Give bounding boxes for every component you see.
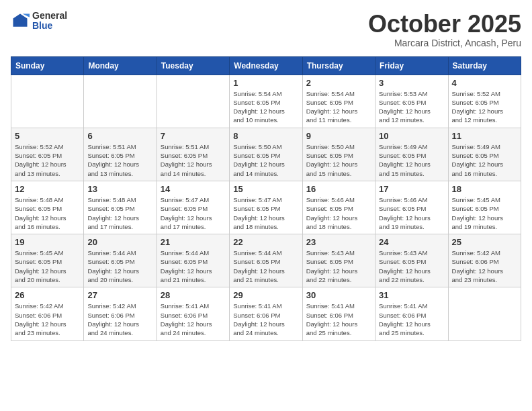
svg-marker-0 xyxy=(13,14,28,27)
calendar-empty-cell xyxy=(448,287,521,340)
calendar-day-cell: 8Sunrise: 5:50 AM Sunset: 6:05 PM Daylig… xyxy=(230,128,302,181)
calendar-day-cell: 13Sunrise: 5:48 AM Sunset: 6:05 PM Dayli… xyxy=(84,181,157,234)
calendar-day-cell: 2Sunrise: 5:54 AM Sunset: 6:05 PM Daylig… xyxy=(302,75,375,128)
day-number: 16 xyxy=(306,184,371,194)
calendar-day-cell: 12Sunrise: 5:48 AM Sunset: 6:05 PM Dayli… xyxy=(11,181,84,234)
day-number: 9 xyxy=(306,131,371,141)
day-number: 20 xyxy=(87,237,152,247)
calendar-day-cell: 4Sunrise: 5:52 AM Sunset: 6:05 PM Daylig… xyxy=(448,75,521,128)
calendar-week-row: 5Sunrise: 5:52 AM Sunset: 6:05 PM Daylig… xyxy=(11,128,521,181)
day-number: 7 xyxy=(161,131,226,141)
day-number: 19 xyxy=(15,237,80,247)
day-number: 23 xyxy=(306,237,371,247)
calendar-day-cell: 21Sunrise: 5:44 AM Sunset: 6:05 PM Dayli… xyxy=(157,234,229,287)
weekday-header-row: SundayMondayTuesdayWednesdayThursdayFrid… xyxy=(11,56,521,75)
day-number: 4 xyxy=(452,78,517,88)
calendar-day-cell: 24Sunrise: 5:43 AM Sunset: 6:05 PM Dayli… xyxy=(375,234,448,287)
day-number: 27 xyxy=(87,290,152,300)
calendar-day-cell: 11Sunrise: 5:49 AM Sunset: 6:05 PM Dayli… xyxy=(448,128,521,181)
day-info: Sunrise: 5:51 AM Sunset: 6:05 PM Dayligh… xyxy=(161,142,226,178)
day-info: Sunrise: 5:48 AM Sunset: 6:05 PM Dayligh… xyxy=(87,195,152,231)
day-info: Sunrise: 5:44 AM Sunset: 6:05 PM Dayligh… xyxy=(161,248,226,284)
day-number: 21 xyxy=(161,237,226,247)
calendar-day-cell: 10Sunrise: 5:49 AM Sunset: 6:05 PM Dayli… xyxy=(375,128,448,181)
calendar-day-cell: 25Sunrise: 5:42 AM Sunset: 6:06 PM Dayli… xyxy=(448,234,521,287)
day-number: 18 xyxy=(452,184,517,194)
day-info: Sunrise: 5:52 AM Sunset: 6:05 PM Dayligh… xyxy=(452,89,517,125)
weekday-header-monday: Monday xyxy=(84,56,157,75)
calendar-empty-cell xyxy=(11,75,84,128)
day-info: Sunrise: 5:42 AM Sunset: 6:06 PM Dayligh… xyxy=(452,248,517,284)
calendar-day-cell: 19Sunrise: 5:45 AM Sunset: 6:05 PM Dayli… xyxy=(11,234,84,287)
day-number: 1 xyxy=(233,78,298,88)
day-number: 11 xyxy=(452,131,517,141)
logo-general-text: General xyxy=(32,11,67,21)
day-number: 31 xyxy=(379,290,444,300)
day-info: Sunrise: 5:49 AM Sunset: 6:05 PM Dayligh… xyxy=(452,142,517,178)
day-info: Sunrise: 5:48 AM Sunset: 6:05 PM Dayligh… xyxy=(15,195,80,231)
day-number: 25 xyxy=(452,237,517,247)
calendar-day-cell: 1Sunrise: 5:54 AM Sunset: 6:05 PM Daylig… xyxy=(230,75,302,128)
day-info: Sunrise: 5:53 AM Sunset: 6:05 PM Dayligh… xyxy=(379,89,444,125)
day-info: Sunrise: 5:44 AM Sunset: 6:05 PM Dayligh… xyxy=(233,248,298,284)
day-info: Sunrise: 5:54 AM Sunset: 6:05 PM Dayligh… xyxy=(233,89,298,125)
day-number: 13 xyxy=(87,184,152,194)
day-info: Sunrise: 5:43 AM Sunset: 6:05 PM Dayligh… xyxy=(306,248,371,284)
calendar-week-row: 12Sunrise: 5:48 AM Sunset: 6:05 PM Dayli… xyxy=(11,181,521,234)
calendar-day-cell: 14Sunrise: 5:47 AM Sunset: 6:05 PM Dayli… xyxy=(157,181,229,234)
day-number: 8 xyxy=(233,131,298,141)
day-info: Sunrise: 5:42 AM Sunset: 6:06 PM Dayligh… xyxy=(15,302,80,337)
weekday-header-wednesday: Wednesday xyxy=(230,56,302,75)
day-number: 26 xyxy=(15,290,80,300)
calendar-day-cell: 28Sunrise: 5:41 AM Sunset: 6:06 PM Dayli… xyxy=(157,287,229,340)
day-number: 2 xyxy=(306,78,371,88)
day-info: Sunrise: 5:46 AM Sunset: 6:05 PM Dayligh… xyxy=(379,195,444,231)
day-info: Sunrise: 5:42 AM Sunset: 6:06 PM Dayligh… xyxy=(87,302,152,337)
day-number: 22 xyxy=(233,237,298,247)
day-info: Sunrise: 5:41 AM Sunset: 6:06 PM Dayligh… xyxy=(161,302,226,337)
day-info: Sunrise: 5:50 AM Sunset: 6:05 PM Dayligh… xyxy=(233,142,298,178)
calendar-week-row: 1Sunrise: 5:54 AM Sunset: 6:05 PM Daylig… xyxy=(11,75,521,128)
day-number: 3 xyxy=(379,78,444,88)
day-info: Sunrise: 5:47 AM Sunset: 6:05 PM Dayligh… xyxy=(233,195,298,231)
day-info: Sunrise: 5:52 AM Sunset: 6:05 PM Dayligh… xyxy=(15,142,80,178)
calendar-day-cell: 5Sunrise: 5:52 AM Sunset: 6:05 PM Daylig… xyxy=(11,128,84,181)
day-info: Sunrise: 5:49 AM Sunset: 6:05 PM Dayligh… xyxy=(379,142,444,178)
day-info: Sunrise: 5:45 AM Sunset: 6:05 PM Dayligh… xyxy=(15,248,80,284)
day-number: 17 xyxy=(379,184,444,194)
logo-blue-text: Blue xyxy=(32,21,67,31)
calendar-day-cell: 20Sunrise: 5:44 AM Sunset: 6:05 PM Dayli… xyxy=(84,234,157,287)
day-number: 5 xyxy=(15,131,80,141)
calendar-day-cell: 29Sunrise: 5:41 AM Sunset: 6:06 PM Dayli… xyxy=(230,287,302,340)
day-info: Sunrise: 5:44 AM Sunset: 6:05 PM Dayligh… xyxy=(87,248,152,284)
month-title: October 2025 xyxy=(368,11,521,38)
calendar-day-cell: 30Sunrise: 5:41 AM Sunset: 6:06 PM Dayli… xyxy=(302,287,375,340)
day-number: 6 xyxy=(87,131,152,141)
day-info: Sunrise: 5:41 AM Sunset: 6:06 PM Dayligh… xyxy=(379,302,444,337)
calendar-day-cell: 22Sunrise: 5:44 AM Sunset: 6:05 PM Dayli… xyxy=(230,234,302,287)
calendar-week-row: 19Sunrise: 5:45 AM Sunset: 6:05 PM Dayli… xyxy=(11,234,521,287)
calendar-day-cell: 7Sunrise: 5:51 AM Sunset: 6:05 PM Daylig… xyxy=(157,128,229,181)
day-number: 30 xyxy=(306,290,371,300)
logo: General Blue xyxy=(11,11,67,32)
calendar-day-cell: 31Sunrise: 5:41 AM Sunset: 6:06 PM Dayli… xyxy=(375,287,448,340)
weekday-header-sunday: Sunday xyxy=(11,56,84,75)
weekday-header-thursday: Thursday xyxy=(302,56,375,75)
calendar-empty-cell xyxy=(157,75,229,128)
day-info: Sunrise: 5:45 AM Sunset: 6:05 PM Dayligh… xyxy=(452,195,517,231)
day-info: Sunrise: 5:50 AM Sunset: 6:05 PM Dayligh… xyxy=(306,142,371,178)
calendar-day-cell: 18Sunrise: 5:45 AM Sunset: 6:05 PM Dayli… xyxy=(448,181,521,234)
day-info: Sunrise: 5:46 AM Sunset: 6:05 PM Dayligh… xyxy=(306,195,371,231)
day-number: 28 xyxy=(161,290,226,300)
day-number: 14 xyxy=(161,184,226,194)
weekday-header-friday: Friday xyxy=(375,56,448,75)
calendar-week-row: 26Sunrise: 5:42 AM Sunset: 6:06 PM Dayli… xyxy=(11,287,521,340)
day-info: Sunrise: 5:51 AM Sunset: 6:05 PM Dayligh… xyxy=(87,142,152,178)
day-number: 15 xyxy=(233,184,298,194)
day-info: Sunrise: 5:47 AM Sunset: 6:05 PM Dayligh… xyxy=(161,195,226,231)
calendar-day-cell: 16Sunrise: 5:46 AM Sunset: 6:05 PM Dayli… xyxy=(302,181,375,234)
calendar-day-cell: 26Sunrise: 5:42 AM Sunset: 6:06 PM Dayli… xyxy=(11,287,84,340)
day-number: 24 xyxy=(379,237,444,247)
day-info: Sunrise: 5:54 AM Sunset: 6:05 PM Dayligh… xyxy=(306,89,371,125)
calendar-day-cell: 6Sunrise: 5:51 AM Sunset: 6:05 PM Daylig… xyxy=(84,128,157,181)
